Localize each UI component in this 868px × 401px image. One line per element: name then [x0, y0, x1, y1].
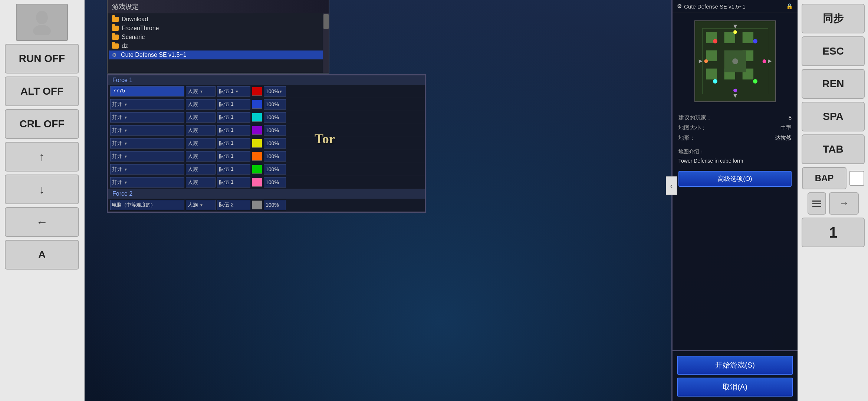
force2-label: Force 2 — [112, 190, 132, 197]
color-box-5[interactable] — [252, 139, 262, 148]
svg-rect-7 — [742, 32, 753, 43]
map-size-row: 地图大小： 中型 — [678, 123, 792, 133]
player-row-3: 打开▼ 人族 队伍 1 100% — [108, 111, 425, 124]
race-dropdown-7[interactable]: 人族 — [186, 164, 216, 175]
team-dropdown-2[interactable]: 队伍 1 — [217, 99, 250, 110]
team-dropdown-8[interactable]: 队伍 1 — [217, 177, 250, 188]
file-item-scenaric[interactable]: Scenaric — [109, 33, 327, 42]
color-box-3[interactable] — [252, 113, 262, 122]
race-dropdown-6[interactable]: 人族 — [186, 151, 216, 162]
player-open-2[interactable]: 打开▼ — [110, 99, 184, 110]
info-panel: ‹ ⚙ Cute Defense SE v1.5~1 🔒 — [671, 0, 798, 401]
esc-button[interactable]: ESC — [802, 36, 865, 66]
run-off-button[interactable]: RUN OFF — [5, 44, 79, 74]
info-panel-header: ⚙ Cute Defense SE v1.5~1 🔒 — [673, 0, 798, 13]
left-sidebar: RUN OFF ALT OFF CRL OFF ↑ ↓ ← A — [0, 0, 85, 401]
team-dropdown-3[interactable]: 队伍 1 — [217, 112, 250, 123]
hamburger-button[interactable] — [808, 192, 826, 215]
spa-button[interactable]: SPA — [802, 102, 865, 131]
alt-off-button[interactable]: ALT OFF — [5, 76, 79, 106]
color-box-4[interactable] — [252, 126, 262, 135]
color-box-1[interactable] — [252, 87, 262, 96]
pct-6: 100% — [264, 151, 286, 162]
arrow-right-button[interactable]: → — [829, 192, 859, 215]
color-box-2[interactable] — [252, 100, 262, 109]
checkbox[interactable] — [849, 171, 864, 186]
race-dropdown-8[interactable]: 人族 — [186, 177, 216, 188]
svg-point-21 — [762, 59, 766, 63]
team-dropdown-1[interactable]: 队伍 1▼ — [217, 86, 250, 97]
player-open-3[interactable]: 打开▼ — [110, 112, 184, 123]
map-size-value: 中型 — [780, 123, 792, 133]
tab-button[interactable]: TAB — [802, 134, 865, 164]
crl-off-button[interactable]: CRL OFF — [5, 109, 79, 139]
color-box-7[interactable] — [252, 165, 262, 174]
race-dropdown-1[interactable]: 人族▼ — [186, 86, 216, 97]
race-dropdown-2[interactable]: 人族 — [186, 99, 216, 110]
up-arrow-button[interactable]: ↑ — [5, 142, 79, 172]
svg-point-16 — [753, 39, 757, 43]
file-item-dz[interactable]: dz — [109, 42, 327, 50]
ren-button[interactable]: REN — [802, 69, 865, 99]
file-item-label: dz — [122, 43, 128, 49]
lock-icon: 🔒 — [786, 3, 793, 10]
file-panel-title: 游戏设定 — [112, 3, 139, 10]
file-item-label: FrozenThrone — [122, 25, 159, 32]
file-item-cute-defense[interactable]: ⚙ Cute Defense SE v1.5~1 — [109, 50, 327, 59]
file-list-scrollbar[interactable] — [323, 13, 329, 73]
advanced-options-button[interactable]: 高级选项(O) — [678, 171, 792, 187]
folder-icon — [112, 43, 119, 49]
pct-5: 100% — [264, 138, 286, 149]
map-title: Cute Defense SE v1.5~1 — [684, 3, 746, 10]
map-intro-text: Tower Defense in cube form — [678, 157, 792, 165]
right-sidebar: 同步 ESC REN SPA TAB BAP → 1 — [798, 0, 868, 401]
pct-2: 100% — [264, 99, 286, 110]
bap-row: BAP — [802, 167, 864, 189]
team-dropdown-6[interactable]: 队伍 1 — [217, 151, 250, 162]
pct-3: 100% — [264, 112, 286, 123]
color-box-cpu[interactable] — [252, 200, 262, 209]
map-size-label: 地图大小： — [678, 123, 706, 133]
team-dropdown-5[interactable]: 队伍 1 — [217, 138, 250, 149]
race-dropdown-3[interactable]: 人族 — [186, 112, 216, 123]
race-dropdown-4[interactable]: 人族 — [186, 125, 216, 136]
a-button[interactable]: A — [5, 240, 79, 270]
file-item-frozenthrone[interactable]: FrozenThrone — [109, 24, 327, 33]
force1-label: Force 1 — [112, 77, 132, 83]
player-name-1[interactable]: 7775 — [110, 86, 184, 97]
player-row-2: 打开▼ 人族 队伍 1 100% — [108, 98, 425, 111]
panel-collapse-arrow[interactable]: ‹ — [666, 176, 677, 195]
player-open-4[interactable]: 打开▼ — [110, 125, 184, 136]
player-open-7[interactable]: 打开▼ — [110, 164, 184, 175]
team-dropdown-4[interactable]: 队伍 1 — [217, 125, 250, 136]
color-box-8[interactable] — [252, 178, 262, 187]
left-arrow-button[interactable]: ← — [5, 207, 79, 237]
start-game-button[interactable]: 开始游戏(S) — [677, 356, 793, 375]
lobby-panel: Force 1 7775 人族▼ 队伍 1▼ 100%▼ 打开▼ 人族 队伍 1… — [107, 74, 426, 213]
bottom-action-panel: 开始游戏(S) 取消(A) — [671, 350, 798, 401]
computer-player-1[interactable]: 电脑（中等难度的） — [110, 200, 184, 210]
player-open-6[interactable]: 打开▼ — [110, 151, 184, 162]
player-open-5[interactable]: 打开▼ — [110, 138, 184, 149]
file-item-download[interactable]: Download — [109, 15, 327, 24]
race-dropdown-5[interactable]: 人族 — [186, 138, 216, 149]
computer-row-1: 电脑（中等难度的） 人族▼ 队伍 2 100% — [108, 199, 425, 212]
player-row-8: 打开▼ 人族 队伍 1 100% — [108, 176, 425, 189]
gear-icon-header: ⚙ — [677, 3, 682, 10]
map-preview-container — [673, 13, 798, 110]
number-one-button[interactable]: 1 — [802, 218, 865, 247]
bap-button[interactable]: BAP — [802, 167, 846, 189]
svg-point-19 — [733, 30, 737, 34]
race-dropdown-cpu[interactable]: 人族▼ — [186, 200, 216, 210]
terrain-value: 达拉然 — [775, 133, 792, 143]
pct-1: 100%▼ — [264, 86, 286, 97]
team-dropdown-cpu[interactable]: 队伍 2 — [217, 200, 250, 210]
cancel-button[interactable]: 取消(A) — [677, 378, 793, 397]
player-row-4: 打开▼ 人族 队伍 1 100% — [108, 124, 425, 137]
sync-button[interactable]: 同步 — [802, 4, 865, 33]
team-dropdown-7[interactable]: 队伍 1 — [217, 164, 250, 175]
color-box-6[interactable] — [252, 152, 262, 161]
down-arrow-button[interactable]: ↓ — [5, 175, 79, 204]
file-item-label: Cute Defense SE v1.5~1 — [121, 52, 187, 58]
player-open-8[interactable]: 打开▼ — [110, 177, 184, 188]
